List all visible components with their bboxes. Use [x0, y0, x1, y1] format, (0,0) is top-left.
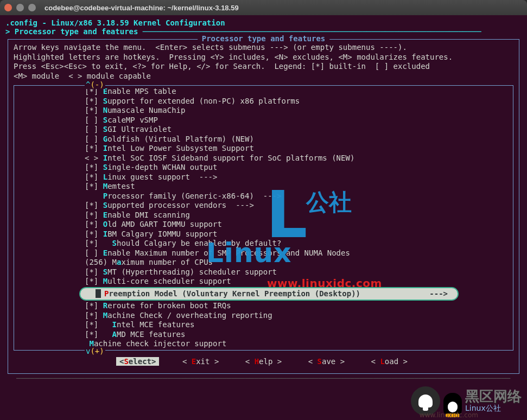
exit-button[interactable]: < Exit >	[179, 357, 222, 366]
menu-item-selected[interactable]: Preemption Model (Voluntary Kernel Preem…	[14, 287, 513, 301]
menu-item[interactable]: [*] SMT (Hyperthreading) scheduler suppo…	[14, 268, 513, 277]
cursor-icon	[96, 289, 101, 298]
watermark-small-url: www.linuxidc.com	[420, 411, 478, 419]
watermark-corner: 黑区网络 Linux公社	[411, 386, 522, 416]
menu-list[interactable]: [*] Enable MPS table[*] Support for exte…	[14, 86, 513, 350]
menu-item[interactable]: < > Intel SoC IOSF Sideband support for …	[14, 154, 513, 163]
menu-item[interactable]: [*] Memtest	[14, 182, 513, 192]
dialog-shadow: ────────────────────────────────────────…	[16, 374, 522, 383]
close-icon[interactable]	[4, 4, 12, 11]
menu-item[interactable]: [ ] SGI Ultraviolet	[14, 125, 513, 135]
button-row: <Select> < Exit > < Help > < Save > < Lo…	[8, 353, 519, 371]
menu-item[interactable]: [ ] Enable Maximum number of SMP Process…	[14, 249, 513, 258]
outer-dialog-box: Processor type and features Arrow keys n…	[8, 39, 519, 374]
menu-item[interactable]: [*] Machine Check / overheating reportin…	[14, 311, 513, 321]
menu-item[interactable]: [*] Supported processor vendors --->	[14, 201, 513, 211]
menu-item[interactable]: [*] Reroute for broken boot IRQs	[14, 301, 513, 311]
menu-box: ^(-) [*] Enable MPS table[*] Support for…	[14, 85, 513, 351]
save-button[interactable]: < Save >	[305, 357, 348, 366]
help-instructions: Arrow keys navigate the menu. <Enter> se…	[8, 40, 519, 85]
window-title: codebee@codebee-virtual-machine: ~/kerne…	[45, 4, 239, 12]
menu-item[interactable]: [ ] Goldfish (Virtual Platform) (NEW)	[14, 135, 513, 144]
menu-item[interactable]: (256) Maximum number of CPUs	[14, 258, 513, 268]
menu-item[interactable]: [*] Intel Low Power Subsystem Support	[14, 144, 513, 154]
menu-item[interactable]: [*] AMD MCE features	[14, 330, 513, 340]
menu-item[interactable]: [*] Single-depth WCHAN output	[14, 163, 513, 173]
maximize-icon[interactable]	[28, 4, 36, 11]
menu-item[interactable]: [*] IBM Calgary IOMMU support	[14, 230, 513, 239]
menu-item[interactable]: [*] Intel MCE features	[14, 320, 513, 330]
scroll-down-indicator[interactable]: v(+)	[85, 347, 105, 355]
scroll-up-indicator[interactable]: ^(-)	[85, 80, 105, 89]
menu-item[interactable]: [*] Multi-core scheduler support	[14, 277, 513, 287]
terminal-area: .config - Linux/x86 3.18.59 Kernel Confi…	[0, 15, 527, 420]
dialog-title: Processor type and features	[198, 34, 330, 43]
window-titlebar: codebee@codebee-virtual-machine: ~/kerne…	[0, 0, 527, 15]
menu-item[interactable]: [*] Old AMD GART IOMMU support	[14, 220, 513, 230]
menu-item[interactable]: [ ] ScaleMP vSMP	[14, 116, 513, 125]
menu-item[interactable]: [*] Linux guest support --->	[14, 173, 513, 182]
config-header: .config - Linux/x86 3.18.59 Kernel Confi…	[5, 18, 522, 27]
select-button[interactable]: <Select>	[116, 357, 159, 366]
minimize-icon[interactable]	[16, 4, 24, 11]
menu-item[interactable]: [*] Numascale NumaChip	[14, 106, 513, 116]
menu-item[interactable]: [*] Support for extended (non-PC) x86 pl…	[14, 97, 513, 106]
menu-item[interactable]: [*] Should Calgary be enabled by default…	[14, 239, 513, 249]
menu-item[interactable]: [*] Enable DMI scanning	[14, 211, 513, 220]
menu-item[interactable]: Processor family (Generic-x86-64) --->	[14, 192, 513, 201]
load-button[interactable]: < Load >	[368, 357, 411, 366]
help-button[interactable]: < Help >	[242, 357, 285, 366]
